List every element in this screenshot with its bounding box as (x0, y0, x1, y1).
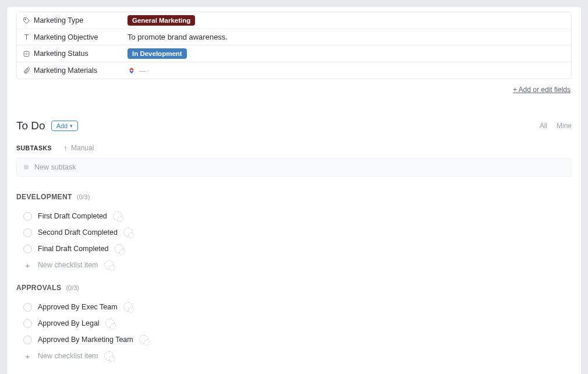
plus-icon: + (23, 261, 32, 270)
field-label: Marketing Status (17, 46, 122, 61)
assignee-icon[interactable] (123, 228, 133, 237)
field-label-text: Marketing Materials (34, 66, 97, 75)
task-detail-card: Marketing Type General Marketing Marketi… (7, 7, 581, 374)
checklist-item[interactable]: Final Draft Completed (16, 241, 572, 257)
fields-footer: + Add or edit fields (16, 83, 572, 105)
add-button-label: Add (56, 122, 68, 129)
clickup-icon (127, 66, 136, 75)
assignee-icon[interactable] (139, 335, 148, 344)
checklist-header[interactable]: APPROVALS (0/3) (16, 284, 572, 292)
checklist-approvals: APPROVALS (0/3) Approved By Exec Team Ap… (16, 284, 572, 364)
sort-label: Manual (71, 144, 94, 152)
field-value-text: — · (139, 67, 149, 74)
new-checklist-item-button[interactable]: + New checklist item (16, 348, 572, 364)
field-row-marketing-type[interactable]: Marketing Type General Marketing (17, 12, 571, 29)
checklist-count: (0/3) (66, 284, 79, 291)
todo-header-left: To Do Add ▾ (16, 119, 78, 132)
assignee-icon[interactable] (123, 302, 133, 312)
checkbox[interactable] (23, 303, 32, 312)
chevron-down-icon: ▾ (70, 123, 73, 129)
svg-point-0 (25, 19, 26, 20)
checklist-item-label: Approved By Legal (38, 319, 100, 327)
badge-marketing-status: In Development (127, 48, 187, 59)
status-dot-icon (24, 165, 29, 170)
field-value[interactable]: In Development (122, 45, 571, 62)
checklist-item-label: First Draft Completed (38, 212, 107, 220)
tag-icon (23, 17, 30, 24)
checklist-title: DEVELOPMENT (16, 193, 72, 201)
dropdown-icon (23, 50, 30, 58)
checkbox[interactable] (23, 212, 32, 221)
add-button[interactable]: Add ▾ (51, 121, 79, 131)
checklist-header[interactable]: DEVELOPMENT (0/3) (16, 193, 572, 201)
assignee-icon[interactable] (105, 319, 115, 328)
attachment-icon (23, 67, 30, 75)
assignee-icon[interactable] (113, 211, 122, 221)
filter-mine[interactable]: Mine (557, 122, 572, 130)
todo-filters: All Mine (540, 122, 572, 130)
text-icon (23, 33, 30, 41)
field-row-marketing-objective[interactable]: Marketing Objective To promote brand awa… (17, 29, 571, 45)
checklist-item-label: Second Draft Completed (38, 228, 118, 237)
assignee-icon[interactable] (115, 244, 124, 253)
checklist-item[interactable]: Approved By Legal (16, 315, 572, 331)
checklist-title: APPROVALS (16, 284, 61, 292)
checklist-item[interactable]: Approved By Exec Team (16, 299, 572, 315)
new-checklist-item-button[interactable]: + New checklist item (16, 257, 572, 273)
subtasks-header: SUBTASKS Manual (16, 144, 572, 152)
new-checklist-item-label: New checklist item (38, 352, 98, 360)
sort-button[interactable]: Manual (62, 144, 94, 152)
field-row-marketing-status[interactable]: Marketing Status In Development (17, 45, 571, 62)
field-label-text: Marketing Objective (34, 33, 98, 41)
checklist-count: (0/3) (77, 193, 90, 200)
checklist-development: DEVELOPMENT (0/3) First Draft Completed … (16, 193, 572, 273)
field-value[interactable]: To promote brand awareness. (122, 30, 571, 44)
field-value-text: To promote brand awareness. (127, 33, 228, 41)
assignee-icon[interactable] (104, 351, 114, 361)
field-label: Marketing Objective (17, 30, 122, 45)
filter-all[interactable]: All (540, 122, 547, 130)
field-label-text: Marketing Type (34, 16, 83, 24)
field-label: Marketing Type (17, 13, 122, 28)
field-label: Marketing Materials (17, 63, 122, 78)
checklist-item-label: Approved By Marketing Team (38, 336, 133, 344)
svg-rect-1 (24, 51, 29, 57)
add-edit-fields-link[interactable]: + Add or edit fields (513, 86, 571, 94)
todo-header: To Do Add ▾ All Mine (16, 119, 572, 132)
custom-fields-table: Marketing Type General Marketing Marketi… (16, 12, 572, 79)
checklist-item-label: Approved By Exec Team (38, 303, 118, 311)
todo-title: To Do (16, 119, 45, 132)
plus-icon: + (23, 352, 32, 361)
checkbox[interactable] (23, 319, 32, 328)
field-value[interactable]: — · (122, 63, 571, 77)
arrow-up-icon (62, 145, 69, 151)
new-subtask-placeholder: New subtask (34, 163, 76, 171)
checkbox[interactable] (23, 336, 32, 344)
checklist-item[interactable]: Approved By Marketing Team (16, 331, 572, 348)
checkbox[interactable] (23, 228, 32, 237)
checkbox[interactable] (23, 245, 32, 253)
checklist-item[interactable]: Second Draft Completed (16, 224, 572, 241)
subtasks-label: SUBTASKS (16, 144, 52, 151)
assignee-icon[interactable] (104, 260, 114, 270)
field-value[interactable]: General Marketing (122, 12, 571, 29)
badge-marketing-type: General Marketing (127, 15, 195, 26)
new-checklist-item-label: New checklist item (38, 261, 98, 269)
checklist-item[interactable]: First Draft Completed (16, 208, 572, 224)
new-subtask-input[interactable]: New subtask (16, 158, 572, 177)
field-label-text: Marketing Status (34, 50, 88, 58)
field-row-marketing-materials[interactable]: Marketing Materials — · (17, 62, 571, 79)
checklist-item-label: Final Draft Completed (38, 245, 109, 253)
